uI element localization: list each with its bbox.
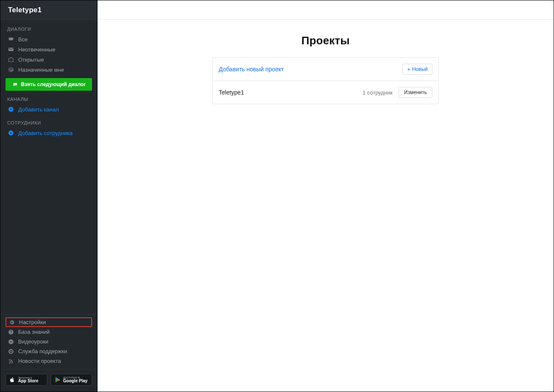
sidebar-item-label: База знаний [18, 329, 50, 335]
plus-circle-icon [7, 130, 15, 136]
plus-icon: + [407, 67, 410, 72]
sidebar-item-label: Добавить канал [18, 106, 59, 113]
play-circle-icon [7, 339, 15, 345]
page-title: Проекты [301, 34, 350, 47]
rss-icon [7, 358, 15, 364]
plus-circle-icon [7, 106, 15, 112]
add-project-link[interactable]: Добавить новый проект [219, 66, 284, 73]
sidebar-item-video-tutorials[interactable]: Видеоуроки [5, 337, 92, 346]
sidebar-item-label: Назначенные мне [18, 67, 64, 73]
top-bar [98, 0, 554, 20]
project-name: Teletype1 [219, 89, 244, 96]
sidebar-item-assigned[interactable]: Назначенные мне [5, 65, 92, 75]
nav-bottom: Настройки База знаний Видеоуроки Служба … [0, 314, 97, 369]
question-circle-icon [7, 329, 15, 335]
projects-card: Добавить новый проект + Новый Teletype1 … [212, 57, 439, 104]
section-dialogs-label: ДИАЛОГИ [7, 27, 92, 32]
sidebar-item-settings[interactable]: Настройки [5, 317, 92, 327]
edit-project-button[interactable]: Изменить [399, 87, 432, 98]
google-play-icon [54, 377, 61, 383]
sidebar-item-label: Видеоуроки [18, 338, 49, 345]
add-project-row: Добавить новый проект + Новый [213, 58, 438, 81]
apple-icon [8, 377, 16, 383]
message-icon [12, 82, 19, 87]
store-badges: Загрузите в App Store ДОСТУПНО В Google … [0, 369, 97, 392]
sidebar-item-unanswered[interactable]: Неотвеченные [5, 44, 92, 54]
take-next-dialog-button[interactable]: Взять следующий диалог [5, 78, 92, 91]
google-play-big-label: Google Play [63, 379, 88, 383]
app-store-badge[interactable]: Загрузите в App Store [5, 374, 47, 386]
sidebar-item-project-news[interactable]: Новости проекта [5, 356, 92, 366]
lifebuoy-icon [7, 349, 15, 354]
app-store-big-label: App Store [18, 379, 38, 383]
sidebar-item-label: Служба поддержки [18, 348, 67, 354]
sidebar-spacer [0, 138, 97, 314]
mail-open-icon [7, 57, 15, 62]
nav-top: ДИАЛОГИ Все Неотвеченные Открытые Назнач… [0, 20, 97, 138]
sidebar-item-add-channel[interactable]: Добавить канал [5, 104, 92, 114]
sidebar-item-label: Неотвеченные [18, 46, 55, 53]
project-row: Teletype1 1 сотрудник Изменить [213, 81, 438, 104]
sidebar-item-support[interactable]: Служба поддержки [5, 346, 92, 356]
sidebar-item-label: Открытые [18, 57, 44, 63]
sidebar-item-label: Новости проекта [18, 358, 61, 364]
content-area: Проекты Добавить новый проект + Новый Te… [98, 20, 554, 392]
section-staff-label: СОТРУДНИКИ [7, 120, 92, 125]
project-meta: 1 сотрудник [363, 89, 393, 96]
sidebar-item-label: Настройки [19, 319, 46, 325]
google-play-badge[interactable]: ДОСТУПНО В Google Play [51, 374, 92, 386]
new-project-button-label: Новый [412, 66, 428, 72]
sidebar-item-label: Добавить сотрудника [18, 130, 73, 136]
main-scrollbar[interactable] [548, 2, 552, 390]
main-panel: Проекты Добавить новый проект + Новый Te… [98, 0, 554, 392]
new-project-button[interactable]: + Новый [402, 64, 432, 75]
sidebar-item-knowledge-base[interactable]: База знаний [5, 327, 92, 337]
brand-title[interactable]: Teletype1 [0, 0, 97, 20]
inbox-icon [7, 36, 15, 42]
sidebar-item-add-staff[interactable]: Добавить сотрудника [5, 128, 92, 138]
sidebar: Teletype1 ДИАЛОГИ Все Неотвеченные Откры… [0, 0, 98, 392]
take-next-label: Взять следующий диалог [21, 81, 86, 87]
section-channels-label: КАНАЛЫ [7, 97, 92, 102]
sidebar-item-all[interactable]: Все [5, 34, 92, 44]
at-icon [7, 67, 15, 73]
gear-icon [8, 319, 16, 325]
sidebar-item-label: Все [18, 36, 27, 43]
sidebar-item-open[interactable]: Открытые [5, 54, 92, 65]
mail-icon [7, 46, 15, 52]
